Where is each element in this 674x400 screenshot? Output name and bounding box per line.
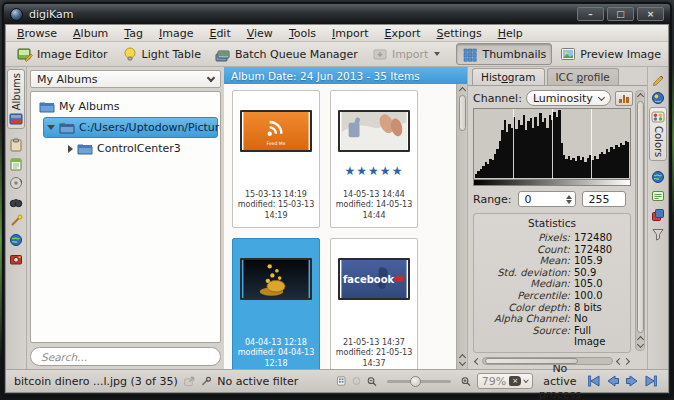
right-panel-tabs: Histogram ICC profile [468, 67, 647, 85]
range-label: Range: [473, 193, 512, 206]
zoom-out-icon[interactable] [367, 375, 377, 388]
calendar-icon[interactable] [9, 157, 23, 171]
scrollbar-thumb[interactable] [459, 95, 466, 131]
tab-icc-profile[interactable]: ICC profile [547, 68, 619, 85]
zoom-in-icon[interactable] [461, 375, 471, 388]
scroll-up-icon[interactable] [637, 92, 644, 99]
statusbar: bitcoin dinero ...l.jpg (3 of 35) No act… [6, 369, 668, 392]
menu-import[interactable]: Import [325, 26, 376, 41]
right-sidebar-tabs: Colors [647, 67, 668, 369]
fit-window-icon[interactable] [352, 375, 361, 387]
minimize-button[interactable]: – [577, 7, 604, 21]
scroll-right-icon[interactable] [624, 358, 631, 365]
right-panel-hscrollbar[interactable] [473, 357, 631, 365]
previous-image-icon[interactable] [606, 375, 620, 387]
selection-status: bitcoin dinero ...l.jpg (3 of 35) [14, 375, 178, 388]
zoom-slider-knob[interactable] [410, 376, 421, 387]
scroll-left-icon[interactable] [473, 358, 480, 365]
menu-browse[interactable]: Browse [10, 26, 64, 41]
caption-icon[interactable] [651, 189, 665, 203]
menu-settings[interactable]: Settings [430, 26, 489, 41]
wand-icon[interactable] [9, 214, 23, 228]
zoom-percent-combo[interactable]: 79% × [477, 373, 533, 389]
preview-image-button[interactable]: Preview Image [554, 43, 667, 65]
folder-icon [77, 142, 93, 155]
right-panel-vscrollbar[interactable] [635, 90, 645, 351]
scroll-left-icon[interactable] [615, 358, 622, 365]
albums-tab-label: Albums [11, 73, 22, 110]
import-icon [372, 46, 388, 62]
disc-icon[interactable] [9, 176, 23, 190]
last-image-icon[interactable] [644, 375, 658, 387]
filter-icon[interactable] [651, 227, 665, 241]
log-scale-button[interactable] [615, 91, 633, 106]
menu-help[interactable]: Help [491, 26, 530, 41]
scrollbar-thumb[interactable] [637, 101, 644, 333]
globe-icon[interactable] [651, 170, 665, 184]
album-scrollbar[interactable] [456, 84, 467, 369]
star-rating[interactable] [233, 164, 319, 180]
image-editor-icon [17, 46, 33, 62]
light-table-button[interactable]: Light Table [116, 43, 207, 65]
thumbnail-size-icon[interactable] [336, 374, 346, 388]
svg-text:facebook: facebook [343, 274, 394, 285]
share-icon[interactable] [184, 375, 195, 388]
tab-albums[interactable]: Albums [7, 69, 25, 129]
titlebar[interactable]: digiKam – □ × [4, 4, 670, 24]
star-rating[interactable] [331, 312, 417, 328]
scroll-down-icon[interactable] [459, 360, 466, 367]
menu-export[interactable]: Export [378, 26, 428, 41]
star-rating[interactable]: ★★★★★ [331, 164, 417, 180]
chevron-down-icon [523, 377, 528, 382]
globe-icon[interactable] [9, 233, 23, 247]
histogram-tab-content: Channel: Luminosity [468, 85, 647, 369]
menu-view[interactable]: View [240, 26, 280, 41]
zoom-slider[interactable] [387, 380, 451, 383]
image-editor-button[interactable]: Image Editor [11, 43, 114, 65]
menu-edit[interactable]: Edit [202, 26, 237, 41]
tree-item-my-albums[interactable]: My Albums [33, 96, 218, 117]
scrollbar-thumb[interactable] [485, 358, 578, 364]
binoculars-icon[interactable] [9, 195, 23, 209]
scroll-up-icon[interactable] [459, 86, 466, 93]
import-button[interactable]: Import [366, 43, 447, 65]
clipboard-icon[interactable] [9, 138, 23, 152]
menu-album[interactable]: Album [66, 26, 115, 41]
range-max-spinbox[interactable]: 255 [582, 191, 626, 207]
tree-item-pictures[interactable]: C:/Users/Uptodown/Pictures [43, 117, 218, 138]
thumbnail-card-facebook[interactable]: facebook 21-05-13 14:37 modified: 21-05-… [330, 238, 418, 369]
camera-icon[interactable] [9, 252, 23, 266]
album-date-banner: Album Date: 24 Jun 2013 - 35 Items [224, 67, 467, 84]
range-min-spinbox[interactable]: 0 [518, 191, 576, 207]
expanded-arrow-icon[interactable] [47, 125, 55, 130]
first-image-icon[interactable] [587, 375, 601, 387]
clear-zoom-icon[interactable]: × [509, 376, 521, 386]
metadata-icon[interactable] [651, 91, 665, 105]
thumbnail-card-rss[interactable]: Feed Me 15-03-13 14:19 modified: 15-03-1… [232, 90, 320, 228]
spin-up-icon [566, 195, 572, 199]
versions-icon[interactable] [651, 208, 665, 222]
star-rating[interactable] [233, 312, 319, 328]
thumbnails-icon [462, 46, 478, 62]
menu-image[interactable]: Image [152, 26, 200, 41]
thumbnail-card-feet[interactable]: ★★★★★ 14-05-13 14:44 modified: 14-05-13 … [330, 90, 418, 228]
filter-wrench-icon[interactable] [201, 375, 211, 388]
tree-item-controlcenter3[interactable]: ControlCenter3 [65, 138, 218, 159]
tab-colors[interactable]: Colors [649, 107, 667, 161]
menu-tools[interactable]: Tools [282, 26, 323, 41]
next-image-icon[interactable] [625, 375, 639, 387]
maximize-button[interactable]: □ [607, 7, 634, 21]
scroll-down-icon[interactable] [637, 342, 644, 349]
albums-panel-header[interactable]: My Albums [30, 70, 221, 88]
channel-select[interactable]: Luminosity [526, 90, 611, 106]
thumbnail-card-bitcoin-selected[interactable]: 04-04-13 12:18 modified: 04-04-13 12:18 [232, 238, 320, 369]
histogram-display[interactable] [473, 108, 631, 180]
batch-queue-manager-button[interactable]: Batch Queue Manager [209, 43, 364, 65]
search-input[interactable] [30, 347, 221, 366]
collapsed-arrow-icon[interactable] [68, 145, 73, 153]
thumbnails-button[interactable]: Thumbnails [456, 43, 552, 65]
pencil-icon[interactable] [651, 72, 665, 86]
tab-histogram[interactable]: Histogram [472, 68, 545, 86]
close-button[interactable]: × [637, 7, 664, 21]
menu-tag[interactable]: Tag [117, 26, 150, 41]
